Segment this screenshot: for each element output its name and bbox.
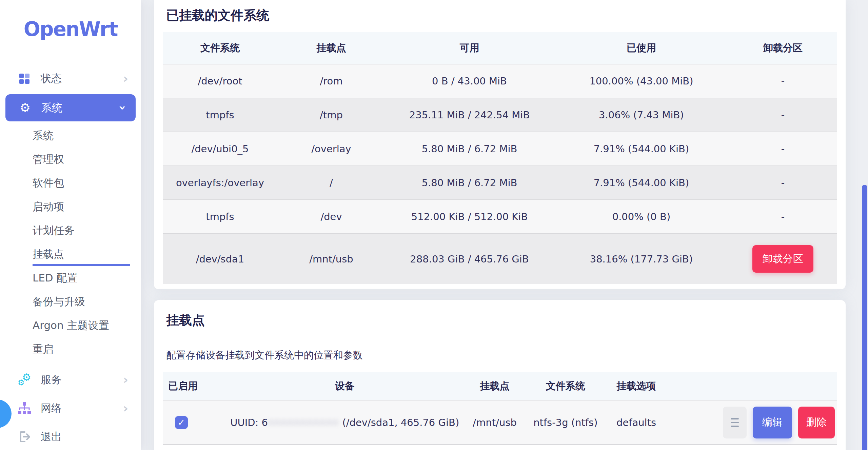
- network-sitemap-icon: [18, 402, 31, 415]
- table-row: overlayfs:/overlay / 5.80 MiB / 6.72 MiB…: [163, 166, 837, 200]
- cell-filesystem: overlayfs:/overlay: [163, 166, 277, 200]
- mount-points-card: 挂载点 配置存储设备挂载到文件系统中的位置和参数 已启用 设备 挂载点 文件系统…: [154, 300, 846, 450]
- chevron-right-icon: ›: [123, 73, 128, 85]
- device-info-suffix: (/dev/sda1, 465.76 GiB): [339, 417, 459, 428]
- cell-available: 0 B / 43.00 MiB: [385, 64, 554, 98]
- column-header-enabled: 已启用: [163, 372, 230, 400]
- gear-icon: ⚙: [18, 102, 32, 114]
- cell-enabled: ✓: [163, 400, 230, 445]
- cell-unmount: -: [729, 200, 837, 234]
- sidebar-subitem-system[interactable]: 系统: [0, 123, 141, 147]
- checkmark-icon: ✓: [178, 418, 185, 427]
- cell-used: 100.00% (43.00 MiB): [554, 64, 729, 98]
- table-row: tmpfs /dev 512.00 KiB / 512.00 KiB 0.00%…: [163, 200, 837, 234]
- mount-points-description: 配置存储设备挂载到文件系统中的位置和参数: [166, 349, 837, 362]
- mount-point-row: ✓ UUID: 6••••••••••• (/dev/sda1, 465.76 …: [163, 400, 837, 445]
- dashboard-icon: [18, 74, 31, 84]
- sidebar-item-services[interactable]: ⚙⚙ 服务 ›: [0, 366, 141, 394]
- sidebar-subitem-reboot[interactable]: 重启: [0, 337, 141, 361]
- column-header-options: 挂载选项: [601, 372, 672, 400]
- system-submenu: 系统 管理权 软件包 启动项 计划任务 挂载点 LED 配置 备份与升级 Arg…: [0, 123, 141, 361]
- cell-used: 7.91% (544.00 KiB): [554, 166, 729, 200]
- logout-icon: [18, 430, 31, 443]
- cell-filesystem: tmpfs: [163, 98, 277, 132]
- device-uuid-redacted: •••••••••••: [268, 417, 339, 428]
- sidebar-subitem-startup[interactable]: 启动项: [0, 195, 141, 218]
- column-header-unmount: 卸载分区: [729, 32, 837, 64]
- mounted-filesystems-title: 已挂载的文件系统: [166, 7, 837, 24]
- column-header-actions: [672, 372, 837, 400]
- sidebar-subitem-scheduled-tasks[interactable]: 计划任务: [0, 218, 141, 242]
- cell-available: 512.00 KiB / 512.00 KiB: [385, 200, 554, 234]
- delete-button[interactable]: 删除: [798, 407, 835, 438]
- cell-unmount: -: [729, 98, 837, 132]
- column-header-available: 可用: [385, 32, 554, 64]
- chevron-right-icon: ›: [123, 402, 128, 414]
- cell-available: 5.80 MiB / 6.72 MiB: [385, 166, 554, 200]
- scrollbar[interactable]: [861, 0, 868, 450]
- mount-points-title: 挂载点: [166, 312, 837, 329]
- cell-unmount: -: [729, 64, 837, 98]
- cell-used: 0.00% (0 B): [554, 200, 729, 234]
- sidebar-nav: 状态 › ⚙ 系统 › 系统 管理权 软件包 启动项 计划任务 挂载点 LED …: [0, 64, 141, 450]
- cell-available: 235.11 MiB / 242.54 MiB: [385, 98, 554, 132]
- sidebar-subitem-administration[interactable]: 管理权: [0, 147, 141, 171]
- unmount-partition-button[interactable]: 卸载分区: [752, 245, 813, 273]
- cell-actions: 编辑 删除: [672, 400, 837, 445]
- column-header-filesystem: 文件系统: [530, 372, 601, 400]
- sidebar-item-label: 系统: [41, 101, 62, 115]
- cell-mountpoint: /: [277, 166, 385, 200]
- cell-available: 288.03 GiB / 465.76 GiB: [385, 234, 554, 284]
- mount-points-table: 已启用 设备 挂载点 文件系统 挂载选项 ✓ UUID: 6••••••••••…: [163, 372, 837, 445]
- edit-button[interactable]: 编辑: [753, 407, 792, 438]
- sidebar: OpenWrt 状态 › ⚙ 系统 › 系统 管理权 软件包 启动项 计划任务 …: [0, 0, 141, 450]
- sidebar-item-status[interactable]: 状态 ›: [0, 64, 141, 93]
- cell-options: defaults: [601, 400, 672, 445]
- cell-available: 5.80 MiB / 6.72 MiB: [385, 132, 554, 166]
- device-uuid-prefix: UUID: 6: [230, 417, 268, 428]
- table-header-row: 已启用 设备 挂载点 文件系统 挂载选项: [163, 372, 837, 400]
- cell-mountpoint: /overlay: [277, 132, 385, 166]
- sidebar-subitem-led-configuration[interactable]: LED 配置: [0, 266, 141, 290]
- cell-filesystem: /dev/sda1: [163, 234, 277, 284]
- cell-device: UUID: 6••••••••••• (/dev/sda1, 465.76 Gi…: [230, 400, 459, 445]
- chevron-right-icon: ›: [123, 374, 128, 386]
- app-logo: OpenWrt: [0, 18, 141, 41]
- table-row: /dev/sda1 /mnt/usb 288.03 GiB / 465.76 G…: [163, 234, 837, 284]
- cell-mountpoint: /rom: [277, 64, 385, 98]
- cell-unmount: 卸载分区: [729, 234, 837, 284]
- cell-mountpoint: /mnt/usb: [459, 400, 530, 445]
- cell-mountpoint: /dev: [277, 200, 385, 234]
- column-header-used: 已使用: [554, 32, 729, 64]
- sidebar-item-label: 退出: [41, 430, 62, 444]
- main-content: 已挂载的文件系统 文件系统 挂载点 可用 已使用 卸载分区 /dev/root …: [141, 0, 868, 450]
- column-header-device: 设备: [230, 372, 459, 400]
- sidebar-subitem-mount-points[interactable]: 挂载点: [0, 242, 141, 266]
- cell-mountpoint: /tmp: [277, 98, 385, 132]
- table-header-row: 文件系统 挂载点 可用 已使用 卸载分区: [163, 32, 837, 64]
- sidebar-subitem-argon-theme[interactable]: Argon 主题设置: [0, 313, 141, 337]
- sidebar-item-label: 网络: [41, 401, 62, 415]
- cell-mountpoint: /mnt/usb: [277, 234, 385, 284]
- scrollbar-thumb[interactable]: [862, 185, 867, 450]
- sidebar-item-system[interactable]: ⚙ 系统 ›: [5, 94, 136, 121]
- drag-handle-button[interactable]: [723, 407, 747, 438]
- column-header-mountpoint: 挂载点: [277, 32, 385, 64]
- cell-used: 38.16% (177.73 GiB): [554, 234, 729, 284]
- cell-filesystem: /dev/ubi0_5: [163, 132, 277, 166]
- sidebar-subitem-backup-upgrade[interactable]: 备份与升级: [0, 290, 141, 313]
- column-header-mountpoint: 挂载点: [459, 372, 530, 400]
- enabled-checkbox[interactable]: ✓: [175, 416, 188, 429]
- cell-filesystem: ntfs-3g (ntfs): [530, 400, 601, 445]
- sidebar-item-network[interactable]: 网络 ›: [0, 394, 141, 423]
- cell-unmount: -: [729, 132, 837, 166]
- sidebar-item-logout[interactable]: 退出: [0, 423, 141, 450]
- table-row: tmpfs /tmp 235.11 MiB / 242.54 MiB 3.06%…: [163, 98, 837, 132]
- cell-filesystem: tmpfs: [163, 200, 277, 234]
- mounted-filesystems-card: 已挂载的文件系统 文件系统 挂载点 可用 已使用 卸载分区 /dev/root …: [154, 0, 846, 289]
- cell-used: 3.06% (7.43 MiB): [554, 98, 729, 132]
- table-row: /dev/ubi0_5 /overlay 5.80 MiB / 6.72 MiB…: [163, 132, 837, 166]
- table-row: /dev/root /rom 0 B / 43.00 MiB 100.00% (…: [163, 64, 837, 98]
- cell-filesystem: /dev/root: [163, 64, 277, 98]
- sidebar-subitem-software[interactable]: 软件包: [0, 171, 141, 195]
